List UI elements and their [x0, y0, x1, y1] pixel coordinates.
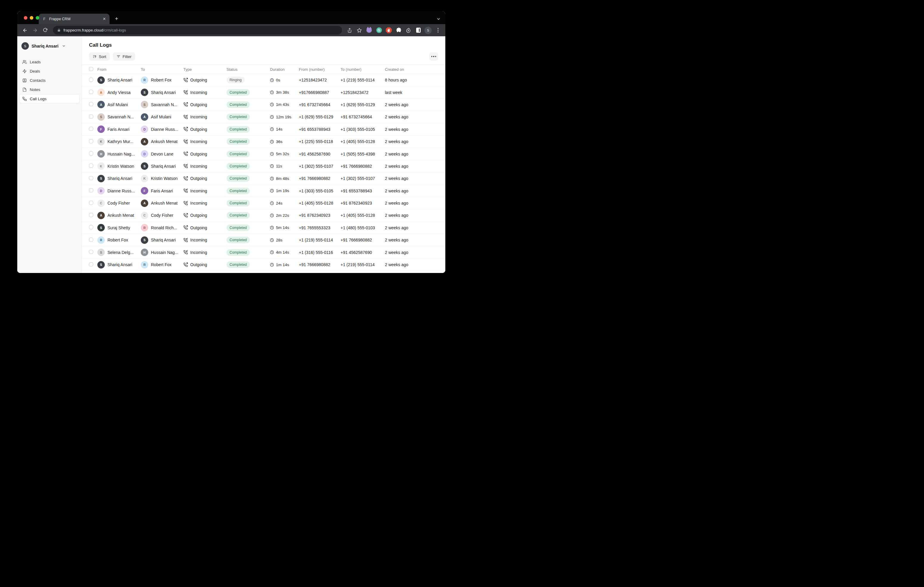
to-name: Shariq Ansari — [151, 164, 176, 169]
row-checkbox[interactable] — [89, 250, 93, 254]
user-menu[interactable]: S Shariq Ansari — [19, 41, 79, 51]
from-name: Ankush Menat — [107, 213, 134, 218]
more-options-button[interactable] — [429, 53, 438, 61]
extensions-puzzle-icon[interactable] — [395, 26, 403, 34]
table-row[interactable]: DDianne Russ... FFaris Ansari Incoming C… — [82, 185, 446, 197]
table-row[interactable]: HHussain Nag... DDevon Lane Outgoing Com… — [82, 148, 446, 160]
row-checkbox[interactable] — [89, 213, 93, 217]
from-name: Cody Fisher — [107, 201, 130, 206]
grammarly-extension-icon[interactable]: G — [375, 26, 383, 34]
table-row[interactable]: SSelena Delg... HHussain Nag... Incoming… — [82, 246, 446, 258]
sidebar-item-deals[interactable]: Deals — [19, 67, 79, 76]
tab-favicon-icon: F — [42, 17, 46, 21]
minimize-window-button[interactable] — [30, 16, 33, 20]
browser-menu-icon[interactable] — [434, 26, 442, 34]
to-name: Ronald Rich... — [151, 225, 177, 230]
to-number: +91 8762340923 — [340, 201, 385, 206]
table-row[interactable]: AAnkush Menat CCody Fisher Outgoing Comp… — [82, 209, 446, 222]
to-avatar: D — [141, 150, 148, 158]
row-checkbox[interactable] — [89, 201, 93, 205]
new-tab-button[interactable]: + — [115, 15, 118, 22]
row-checkbox[interactable] — [89, 77, 93, 82]
row-checkbox[interactable] — [89, 176, 93, 180]
leaf-extension-icon[interactable] — [404, 26, 412, 34]
table-row[interactable]: AAsif Mulani SSavannah N... Outgoing Com… — [82, 99, 446, 111]
address-bar[interactable]: frappecrm.frappe.cloud/crm/call-logs — [53, 26, 342, 35]
from-number: +917666980887 — [299, 90, 340, 95]
table-row[interactable]: SShariq Ansari RRobert Fox Outgoing Comp… — [82, 259, 446, 271]
column-header-to[interactable]: To — [141, 67, 183, 72]
duration-value: 14s — [276, 127, 282, 132]
table-row[interactable]: CCody Fisher AAnkush Menat Incoming Comp… — [82, 197, 446, 209]
column-header-from[interactable]: From — [97, 67, 141, 72]
to-name: Shariq Ansari — [151, 90, 176, 95]
row-checkbox[interactable] — [89, 90, 93, 94]
filter-button[interactable]: Filter — [113, 53, 135, 61]
row-checkbox[interactable] — [89, 238, 93, 242]
table-row[interactable]: SSuraj Shetty RRonald Rich... Outgoing C… — [82, 222, 446, 234]
adblock-extension-icon[interactable] — [385, 26, 393, 34]
browser-tab[interactable]: F Frappe CRM ✕ — [39, 14, 109, 24]
row-checkbox[interactable] — [89, 164, 93, 168]
zoom-window-button[interactable] — [36, 16, 39, 20]
bookmark-star-icon[interactable] — [355, 26, 363, 34]
column-header-type[interactable]: Type — [183, 67, 226, 72]
sort-button[interactable]: Sort — [89, 53, 110, 61]
row-checkbox[interactable] — [89, 115, 93, 118]
table-row[interactable]: RRobert Fox SShariq Ansari Incoming Comp… — [82, 234, 446, 246]
sidebar-item-leads[interactable]: Leads — [19, 58, 79, 66]
row-checkbox[interactable] — [89, 127, 93, 131]
to-number: +1 (405) 555-0128 — [340, 139, 385, 144]
tab-close-icon[interactable]: ✕ — [103, 16, 106, 21]
to-avatar: S — [141, 162, 148, 170]
clock-icon — [270, 263, 274, 267]
created-on: 2 weeks ago — [385, 238, 438, 242]
close-window-button[interactable] — [24, 16, 27, 20]
row-checkbox[interactable] — [89, 102, 93, 106]
phone-outgoing-icon — [183, 127, 188, 132]
from-name: Faris Ansari — [107, 127, 129, 132]
share-icon[interactable] — [346, 26, 353, 34]
column-header-created-on[interactable]: Created on — [385, 67, 438, 72]
table-row[interactable]: FFaris Ansari DDianne Russ... Outgoing C… — [82, 123, 446, 136]
reading-panel-extension-icon[interactable] — [414, 26, 422, 34]
row-checkbox[interactable] — [89, 262, 93, 266]
to-number: +1 (219) 555-0114 — [340, 262, 385, 267]
duration-value: 24s — [276, 201, 282, 206]
browser-profile-avatar[interactable]: S — [424, 26, 432, 34]
to-avatar: K — [141, 175, 148, 182]
sidebar-item-contacts[interactable]: Contacts — [19, 76, 79, 85]
clock-icon — [270, 103, 274, 107]
table-row[interactable]: AAndy Viessa SShariq Ansari Incoming Com… — [82, 86, 446, 99]
call-type-label: Incoming — [190, 164, 207, 169]
column-header-duration[interactable]: Duration — [270, 67, 299, 72]
column-header-from-number[interactable]: From (number) — [299, 67, 340, 72]
column-header-status[interactable]: Status — [226, 67, 270, 72]
row-checkbox[interactable] — [89, 188, 93, 192]
tab-search-chevron-icon[interactable] — [436, 17, 441, 21]
table-header: From To Type Status Duration From (numbe… — [82, 65, 446, 74]
sidebar-item-notes[interactable]: Notes — [19, 85, 79, 94]
column-header-to-number[interactable]: To (number) — [340, 67, 385, 72]
row-checkbox[interactable] — [89, 225, 93, 229]
back-button[interactable] — [21, 26, 29, 35]
row-checkbox[interactable] — [89, 139, 93, 143]
select-all-checkbox[interactable] — [89, 67, 93, 71]
from-number: +1 (302) 555-0107 — [299, 164, 340, 169]
sidebar-item-call-logs[interactable]: Call Logs — [19, 94, 79, 103]
table-row[interactable]: SSavannah N... AAsif Mulani Incoming Com… — [82, 111, 446, 123]
table-row[interactable]: KKathryn Mur... AAnkush Menat Incoming C… — [82, 136, 446, 148]
from-avatar: D — [97, 187, 105, 194]
reload-button[interactable] — [41, 26, 50, 35]
row-checkbox[interactable] — [89, 151, 93, 156]
github-extension-icon[interactable] — [365, 26, 373, 34]
phone-outgoing-icon — [183, 102, 188, 107]
created-on: 2 weeks ago — [385, 250, 438, 255]
forward-button[interactable] — [31, 26, 39, 35]
notes-icon — [22, 87, 27, 92]
from-name: Andy Viessa — [107, 90, 131, 95]
table-row[interactable]: SShariq Ansari KKristin Watson Outgoing … — [82, 173, 446, 185]
table-row[interactable]: SShariq Ansari RRobert Fox Outgoing Ring… — [82, 74, 446, 86]
status-badge: Completed — [226, 138, 250, 145]
table-row[interactable]: KKristin Watson SShariq Ansari Incoming … — [82, 160, 446, 173]
